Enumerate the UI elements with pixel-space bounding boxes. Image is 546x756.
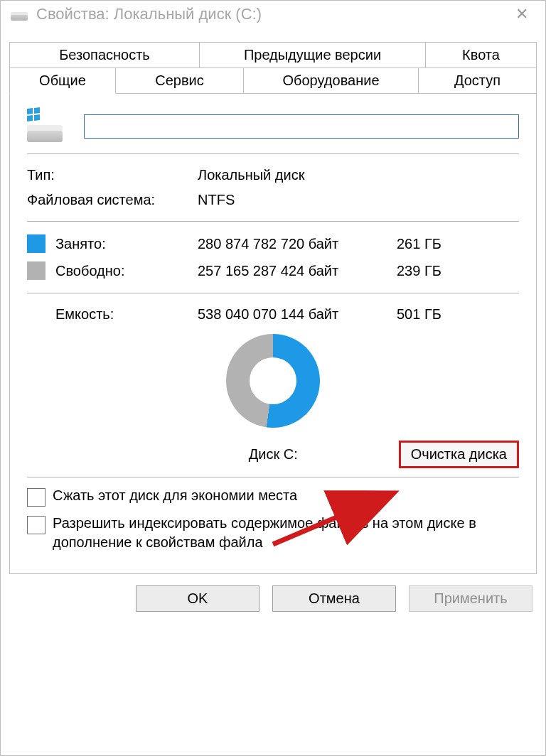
divider: [27, 221, 519, 222]
capacity-label: Емкость:: [55, 306, 198, 323]
tab-sharing[interactable]: Доступ: [419, 68, 537, 94]
properties-dialog: Свойства: Локальный диск (C:) ✕ Безопасн…: [0, 0, 546, 756]
type-label: Тип:: [27, 167, 198, 183]
disk-cleanup-button[interactable]: Очистка диска: [399, 441, 519, 468]
free-swatch-icon: [27, 261, 46, 280]
compress-label: Сжать этот диск для экономии места: [53, 486, 519, 505]
free-label: Свободно:: [55, 263, 198, 279]
tab-hardware[interactable]: Оборудование: [244, 68, 419, 94]
disk-icon: [11, 8, 28, 21]
used-label: Занято:: [55, 236, 198, 252]
divider: [27, 153, 519, 154]
dialog-footer: OK Отмена Применить: [1, 574, 545, 625]
apply-button[interactable]: Применить: [409, 585, 532, 612]
window-title: Свойства: Локальный диск (C:): [36, 5, 505, 23]
tab-quota[interactable]: Квота: [426, 42, 537, 68]
filesystem-value: NTFS: [198, 192, 519, 208]
tab-previous-versions[interactable]: Предыдущие версии: [200, 42, 426, 68]
capacity-gb: 501 ГБ: [397, 306, 519, 323]
index-checkbox[interactable]: [27, 516, 46, 534]
ok-button[interactable]: OK: [136, 585, 259, 612]
tab-tools[interactable]: Сервис: [116, 68, 244, 94]
disk-caption: Диск C:: [27, 446, 399, 463]
free-gb: 239 ГБ: [397, 263, 519, 279]
usage-pie-chart: [226, 334, 320, 428]
used-gb: 261 ГБ: [397, 236, 519, 252]
index-label: Разрешить индексировать содержимое файло…: [53, 514, 519, 552]
cancel-button[interactable]: Отмена: [272, 585, 396, 612]
type-value: Локальный диск: [198, 167, 519, 183]
free-bytes: 257 165 287 424 байт: [198, 263, 397, 279]
used-swatch-icon: [27, 234, 46, 253]
divider: [27, 477, 519, 477]
disk-icon: [27, 111, 63, 142]
compress-checkbox[interactable]: [27, 488, 46, 507]
divider: [27, 293, 519, 293]
tab-security[interactable]: Безопасность: [9, 42, 200, 68]
used-bytes: 280 874 782 720 байт: [198, 236, 397, 252]
titlebar: Свойства: Локальный диск (C:) ✕: [1, 1, 545, 31]
filesystem-label: Файловая система:: [27, 192, 198, 208]
tab-container: Безопасность Предыдущие версии Квота Общ…: [1, 31, 545, 94]
close-icon[interactable]: ✕: [505, 6, 538, 22]
disk-name-input[interactable]: [84, 114, 519, 139]
capacity-bytes: 538 040 070 144 байт: [198, 306, 397, 323]
general-panel: Тип: Локальный диск Файловая система: NT…: [9, 93, 537, 574]
tab-general[interactable]: Общие: [9, 68, 116, 94]
